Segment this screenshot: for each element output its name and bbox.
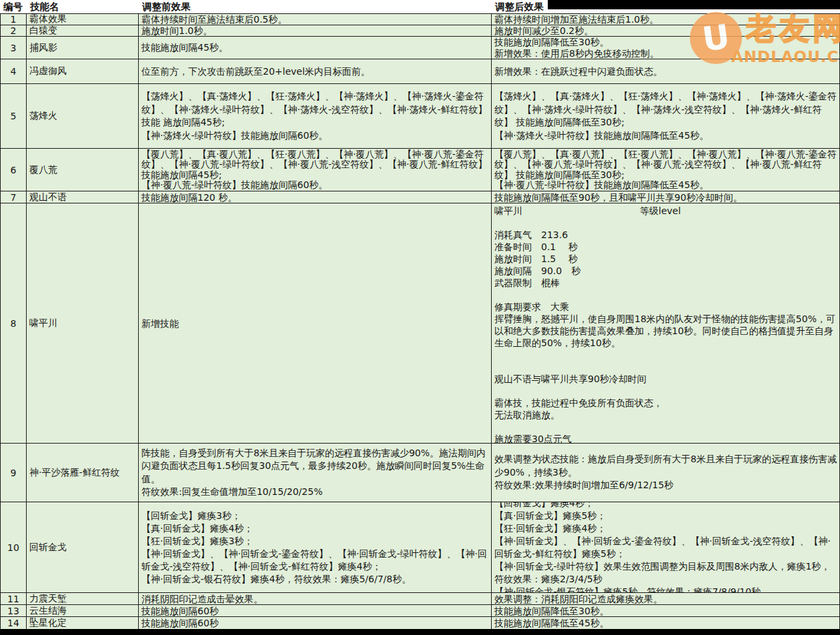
skill-name-cell: 啸平川 bbox=[27, 203, 139, 444]
skill-name-cell: 捕风影 bbox=[27, 37, 139, 59]
table-body: 1霸体效果霸体持续时间至施法结束后0.5秒。霸体持续时间增加至施法结束后1.0秒… bbox=[0, 14, 840, 630]
row-number-cell: 8 bbox=[0, 203, 27, 444]
table-row: 8啸平川新增技能啸平川等级level 消耗真气 213.6 准备时间 0.1 秒… bbox=[0, 203, 840, 444]
after-effect-text: 技能施放间隔降低至90秒，且和啸平川共享90秒冷却时间。 bbox=[494, 191, 837, 203]
after-effect-text: 技能施放间隔降低至30秒。 bbox=[494, 605, 837, 617]
row-number-cell: 7 bbox=[0, 191, 27, 203]
row-number-cell: 5 bbox=[0, 84, 27, 149]
skill-name-cell: 神·平沙落雁-鲜红符纹 bbox=[27, 444, 139, 502]
table-row: 5荡烽火【荡烽火】、【真·荡烽火】、【狂·荡烽火】、【神·荡烽火】、【神·荡烽火… bbox=[0, 84, 840, 149]
before-effect-text: 位至前方，下次攻击前跳跃至20+level米内目标面前。 bbox=[141, 65, 488, 77]
skill-level-label: 等级level bbox=[640, 205, 681, 217]
header-cell-skill-name: 技能名 bbox=[27, 0, 139, 13]
after-effect-cell: 【回斩金戈】瘫痪4秒； 【真·回斩金戈】瘫痪5秒； 【狂·回斩金戈】瘫痪4秒； … bbox=[492, 502, 840, 593]
skill-name-cell: 白猿变 bbox=[27, 25, 139, 37]
after-effect-cell: 新增效果：在跳跃过程中闪避负面状态。 bbox=[492, 59, 840, 84]
row-number-cell: 2 bbox=[0, 25, 27, 37]
new-skill-title: 啸平川 bbox=[494, 205, 522, 216]
before-effect-text: 阵技能，自身受到所有大于8米且来自于玩家的远程直接伤害减少90%。施法期间内闪避… bbox=[141, 447, 488, 499]
skill-name-cell: 云生结海 bbox=[27, 605, 139, 617]
header-cell-after-effect: 调整后效果 bbox=[492, 0, 840, 13]
header-cell-before-effect: 调整前效果 bbox=[139, 0, 492, 13]
before-effect-text: 【回斩金戈】瘫痪3秒； 【真·回斩金戈】瘫痪4秒； 【狂·回斩金戈】瘫痪3秒； … bbox=[141, 510, 488, 586]
before-effect-cell: 技能施放间隔60秒 bbox=[139, 617, 492, 630]
bottom-black-bar bbox=[0, 629, 840, 635]
after-effect-cell: 【覆八荒】、【真·覆八荒】、【狂·覆八荒】、【神·覆八荒】、【神·覆八荒-鎏金符… bbox=[492, 149, 840, 191]
before-effect-text: 霸体持续时间至施法结束后0.5秒。 bbox=[141, 14, 488, 25]
after-effect-text: 霸体持续时间增加至施法结束后1.0秒。 bbox=[494, 14, 837, 25]
before-effect-cell: 技能施放间隔60秒 bbox=[139, 605, 492, 617]
before-effect-text: 新增技能 bbox=[141, 318, 488, 330]
after-effect-cell: 技能施放间隔降低至45秒。 bbox=[492, 617, 840, 630]
header-black-band bbox=[548, 0, 840, 9]
before-effect-cell: 施放时间1.0秒。 bbox=[139, 25, 492, 37]
skill-name-cell: 回斩金戈 bbox=[27, 502, 139, 593]
after-effect-cell: 【荡烽火】、【真·荡烽火】、【狂·荡烽火】、【神·荡烽火】、【神·荡烽火-鎏金符… bbox=[492, 84, 840, 149]
skill-name-cell: 观山不语 bbox=[27, 191, 139, 203]
after-effect-cell: 霸体持续时间增加至施法结束后1.0秒。 bbox=[492, 14, 840, 25]
before-effect-cell: 新增技能 bbox=[139, 203, 492, 444]
after-effect-cell: 技能施放间隔降低至30秒。 bbox=[492, 605, 840, 617]
table-row: 10回斩金戈【回斩金戈】瘫痪3秒； 【真·回斩金戈】瘫痪4秒； 【狂·回斩金戈】… bbox=[0, 502, 840, 593]
before-effect-text: 【荡烽火】、【真·荡烽火】、【狂·荡烽火】、【神·荡烽火】、【神·荡烽火-鎏金符… bbox=[141, 90, 488, 142]
row-number-cell: 6 bbox=[0, 149, 27, 191]
before-effect-cell: 技能施放间隔45秒。 bbox=[139, 37, 492, 59]
after-effect-text: 技能施放间隔降低至45秒。 bbox=[494, 617, 837, 629]
after-effect-text: 【回斩金戈】瘫痪4秒； 【真·回斩金戈】瘫痪5秒； 【狂·回斩金戈】瘫痪4秒； … bbox=[494, 502, 837, 593]
table-row: 7观山不语技能施放间隔120 秒。技能施放间隔降低至90秒，且和啸平川共享90秒… bbox=[0, 191, 840, 203]
after-effect-cell: 技能施放间隔降低至90秒，且和啸平川共享90秒冷却时间。 bbox=[492, 191, 840, 203]
after-effect-text: 效果调整为状态技能：施放后自身受到所有大于8米且来自于玩家的远程直接伤害减少90… bbox=[494, 453, 837, 492]
before-effect-text: 技能施放间隔60秒 bbox=[141, 617, 488, 629]
before-effect-text: 消耗阴阳印记造成击晕效果。 bbox=[141, 593, 488, 605]
skill-name-cell: 荡烽火 bbox=[27, 84, 139, 149]
after-effect-cell: 施放时间减少至0.2秒。 bbox=[492, 25, 840, 37]
row-number-cell: 9 bbox=[0, 444, 27, 502]
table-header-row: 编号 技能名 调整前效果 调整后效果 bbox=[0, 0, 840, 14]
after-effect-text: 【荡烽火】、【真·荡烽火】、【狂·荡烽火】、【神·荡烽火】、【神·荡烽火-鎏金符… bbox=[494, 90, 837, 142]
after-effect-text: 【覆八荒】、【真·覆八荒】、【狂·覆八荒】、【神·覆八荒】、【神·覆八荒-鎏金符… bbox=[494, 149, 837, 191]
before-effect-cell: 【回斩金戈】瘫痪3秒； 【真·回斩金戈】瘫痪4秒； 【狂·回斩金戈】瘫痪3秒； … bbox=[139, 502, 492, 593]
after-effect-cell: 效果调整为状态技能：施放后自身受到所有大于8米且来自于玩家的远程直接伤害减少90… bbox=[492, 444, 840, 502]
row-number-cell: 14 bbox=[0, 617, 27, 630]
table-row: 14坠星化定技能施放间隔60秒技能施放间隔降低至45秒。 bbox=[0, 617, 840, 630]
after-effect-cell: 技能施放间隔降低至30秒。 新增效果：使用后8秒内免疫移动控制。 bbox=[492, 37, 840, 59]
table-row: 2白猿变施放时间1.0秒。施放时间减少至0.2秒。 bbox=[0, 25, 840, 37]
skill-name-cell: 冯虚御风 bbox=[27, 59, 139, 84]
table-row: 6覆八荒【覆八荒】、【真·覆八荒】、【狂·覆八荒】、【神·覆八荒】、【神·覆八荒… bbox=[0, 149, 840, 191]
before-effect-cell: 霸体持续时间至施法结束后0.5秒。 bbox=[139, 14, 492, 25]
header-cell-number: 编号 bbox=[0, 0, 27, 13]
header-after-label: 调整后效果 bbox=[495, 1, 544, 12]
skill-name-cell: 力震天堑 bbox=[27, 593, 139, 605]
after-effect-text: 施放时间减少至0.2秒。 bbox=[494, 25, 837, 37]
row-number-cell: 11 bbox=[0, 593, 27, 605]
before-effect-cell: 技能施放间隔120 秒。 bbox=[139, 191, 492, 203]
skill-patch-notes-table: 编号 技能名 调整前效果 调整后效果 1霸体效果霸体持续时间至施法结束后0.5秒… bbox=[0, 0, 840, 635]
before-effect-cell: 位至前方，下次攻击前跳跃至20+level米内目标面前。 bbox=[139, 59, 492, 84]
table-row: 1霸体效果霸体持续时间至施法结束后0.5秒。霸体持续时间增加至施法结束后1.0秒… bbox=[0, 14, 840, 25]
skill-name-cell: 覆八荒 bbox=[27, 149, 139, 191]
skill-name-cell: 坠星化定 bbox=[27, 617, 139, 630]
table-row: 11力震天堑消耗阴阳印记造成击晕效果。效果调整：消耗阴阳印记造成瘫痪效果。 bbox=[0, 593, 840, 605]
table-row: 3捕风影技能施放间隔45秒。技能施放间隔降低至30秒。 新增效果：使用后8秒内免… bbox=[0, 37, 840, 59]
after-effect-text: 效果调整：消耗阴阳印记造成瘫痪效果。 bbox=[494, 593, 837, 605]
after-effect-text: 技能施放间隔降低至30秒。 新增效果：使用后8秒内免疫移动控制。 bbox=[494, 37, 837, 59]
after-effect-text: 消耗真气 213.6 准备时间 0.1 秒 施放时间 1.5 秒 施放间隔 90… bbox=[494, 217, 837, 444]
table-row: 4冯虚御风位至前方，下次攻击前跳跃至20+level米内目标面前。新增效果：在跳… bbox=[0, 59, 840, 84]
before-effect-text: 【覆八荒】、【真·覆八荒】、【狂·覆八荒】、【神·覆八荒】、【神·覆八荒-鎏金符… bbox=[141, 149, 488, 191]
before-effect-text: 技能施放间隔120 秒。 bbox=[141, 191, 488, 203]
row-number-cell: 3 bbox=[0, 37, 27, 59]
row-number-cell: 4 bbox=[0, 59, 27, 84]
after-effect-text: 新增效果：在跳跃过程中闪避负面状态。 bbox=[494, 65, 837, 77]
table-row: 13云生结海技能施放间隔60秒技能施放间隔降低至30秒。 bbox=[0, 605, 840, 617]
row-number-cell: 1 bbox=[0, 14, 27, 25]
before-effect-cell: 阵技能，自身受到所有大于8米且来自于玩家的远程直接伤害减少90%。施法期间内闪避… bbox=[139, 444, 492, 502]
skill-name-cell: 霸体效果 bbox=[27, 14, 139, 25]
before-effect-cell: 消耗阴阳印记造成击晕效果。 bbox=[139, 593, 492, 605]
after-effect-cell: 啸平川等级level 消耗真气 213.6 准备时间 0.1 秒 施放时间 1.… bbox=[492, 203, 840, 444]
after-effect-cell: 效果调整：消耗阴阳印记造成瘫痪效果。 bbox=[492, 593, 840, 605]
before-effect-cell: 【覆八荒】、【真·覆八荒】、【狂·覆八荒】、【神·覆八荒】、【神·覆八荒-鎏金符… bbox=[139, 149, 492, 191]
before-effect-text: 技能施放间隔60秒 bbox=[141, 605, 488, 617]
row-number-cell: 13 bbox=[0, 605, 27, 617]
table-row: 9神·平沙落雁-鲜红符纹阵技能，自身受到所有大于8米且来自于玩家的远程直接伤害减… bbox=[0, 444, 840, 502]
before-effect-cell: 【荡烽火】、【真·荡烽火】、【狂·荡烽火】、【神·荡烽火】、【神·荡烽火-鎏金符… bbox=[139, 84, 492, 149]
